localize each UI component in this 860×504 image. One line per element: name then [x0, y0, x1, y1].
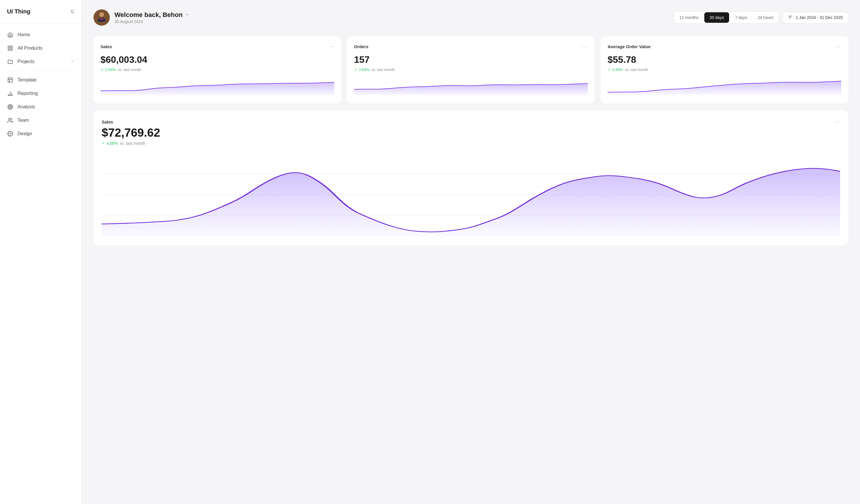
design-icon [7, 131, 13, 137]
date-range-label: 1 Jan 2024 - 31 Dec 2025 [796, 15, 843, 20]
avg-order-card-trend: ↗ 4.89% vs. last month [607, 68, 841, 72]
sales-trend-pct: 2.64% [105, 68, 116, 72]
header-left: Welcome back, Behon 30 August 2024 [94, 9, 190, 26]
template-icon [7, 77, 13, 83]
avg-order-trend-pct: 4.89% [612, 68, 623, 72]
large-sales-title: Sales [102, 119, 113, 125]
welcome-info: Welcome back, Behon 30 August 2024 [115, 11, 190, 24]
orders-trend-pct: 3.89% [359, 68, 370, 72]
nav-divider [7, 71, 74, 71]
welcome-chevron-icon[interactable] [185, 12, 190, 18]
orders-card-menu[interactable]: ⋯ [582, 43, 588, 49]
svg-rect-14 [94, 9, 110, 26]
chevron-down-icon [70, 59, 74, 64]
avg-order-mini-chart [607, 78, 841, 95]
orders-card-trend: ↗ 3.89% vs. last month [354, 68, 588, 72]
trend-up-icon: ↗ [102, 141, 104, 145]
home-icon [7, 31, 13, 38]
time-filter-group: 12 months 30 days 7 days 24 hours [674, 11, 779, 24]
sales-trend-label: vs. last month [118, 68, 141, 72]
avg-order-card-mini: Average Order Value ⋯ $55.78 ↗ 4.89% vs.… [601, 36, 848, 103]
sidebar-item-analysis[interactable]: Analysis [0, 100, 82, 114]
app-name: UI Thing [7, 8, 30, 15]
sales-card-menu[interactable]: ⋯ [329, 43, 334, 49]
users-icon [7, 117, 13, 124]
sales-card-title: Sales [100, 44, 112, 49]
svg-point-10 [9, 105, 12, 108]
bar-chart-icon [7, 90, 13, 97]
sidebar-item-analysis-label: Analysis [17, 104, 35, 110]
large-sales-menu[interactable]: ⋯ [835, 118, 840, 125]
trend-up-icon: ↗ [100, 68, 103, 72]
orders-card-title: Orders [354, 44, 368, 49]
svg-rect-4 [8, 78, 13, 82]
svg-point-11 [10, 106, 11, 107]
sidebar-item-template[interactable]: Template [0, 73, 82, 87]
sidebar-item-all-products-label: All Products [17, 45, 42, 51]
sidebar-item-design-label: Design [17, 131, 32, 136]
trend-up-icon: ↗ [354, 68, 357, 72]
date-range-button[interactable]: 1 Jan 2024 - 31 Dec 2025 [783, 12, 848, 24]
sidebar-item-reporting-label: Reporting [17, 91, 38, 96]
sales-card-header: Sales ⋯ [100, 43, 334, 49]
large-sales-trend-label: vs. last month [120, 141, 145, 146]
sales-card-mini: Sales ⋯ $60,003.04 ↗ 2.64% vs. last mont… [94, 36, 341, 103]
svg-point-12 [9, 118, 11, 120]
large-sales-chart [102, 154, 840, 236]
sidebar: UI Thing ⇅ Home All Pro [0, 0, 82, 504]
large-sales-card: Sales ⋯ $72,769.62 ↗ 4.08% vs. last mont… [94, 110, 848, 245]
page-header: Welcome back, Behon 30 August 2024 12 mo… [94, 9, 848, 26]
svg-rect-3 [11, 49, 13, 51]
orders-mini-chart [354, 78, 588, 95]
filter-24hours[interactable]: 24 hours [752, 12, 778, 23]
svg-point-9 [8, 104, 13, 110]
large-sales-trend-pct: 4.08% [106, 141, 118, 146]
filter-lines-icon [788, 15, 793, 20]
metric-cards-row: Sales ⋯ $60,003.04 ↗ 2.64% vs. last mont… [94, 36, 848, 103]
sidebar-item-template-label: Template [17, 77, 37, 83]
large-chart-container [102, 154, 840, 237]
large-sales-header: Sales ⋯ [102, 118, 840, 125]
orders-card-header: Orders ⋯ [354, 43, 588, 49]
sidebar-item-all-products[interactable]: All Products [0, 42, 82, 55]
sidebar-nav: Home All Products Projects [0, 23, 82, 504]
svg-rect-1 [11, 46, 13, 48]
filter-12months[interactable]: 12 months [674, 12, 704, 23]
sidebar-item-home[interactable]: Home [0, 28, 82, 42]
filter-30days[interactable]: 30 days [704, 12, 729, 23]
welcome-date: 30 August 2024 [115, 19, 190, 24]
svg-rect-0 [8, 46, 10, 48]
svg-rect-2 [8, 49, 10, 51]
chevron-updown-icon[interactable]: ⇅ [70, 9, 74, 15]
sidebar-item-team[interactable]: Team [0, 114, 82, 127]
avg-order-card-menu[interactable]: ⋯ [836, 43, 841, 49]
avg-order-card-header: Average Order Value ⋯ [607, 43, 841, 49]
sidebar-item-projects[interactable]: Projects [0, 55, 82, 68]
sidebar-logo: UI Thing ⇅ [0, 0, 82, 23]
avatar [94, 9, 110, 26]
sales-card-trend: ↗ 2.64% vs. last month [100, 68, 334, 72]
sidebar-item-design[interactable]: Design [0, 127, 82, 141]
sidebar-item-reporting[interactable]: Reporting [0, 87, 82, 100]
avg-order-card-value: $55.78 [607, 54, 841, 65]
filter-7days[interactable]: 7 days [730, 12, 752, 23]
avg-order-trend-label: vs. last month [625, 68, 648, 72]
orders-card-value: 157 [354, 54, 588, 65]
sidebar-item-home-label: Home [17, 32, 30, 38]
avg-order-card-title: Average Order Value [607, 44, 650, 49]
trend-up-icon: ↗ [607, 68, 611, 72]
welcome-title: Welcome back, Behon [115, 11, 190, 19]
orders-trend-label: vs. last month [371, 68, 395, 72]
sales-card-value: $60,003.04 [100, 54, 334, 65]
large-sales-trend: ↗ 4.08% vs. last month [102, 141, 840, 146]
sidebar-item-projects-label: Projects [17, 59, 34, 64]
main-content: Welcome back, Behon 30 August 2024 12 mo… [82, 0, 860, 504]
sales-mini-chart [100, 78, 334, 95]
header-right: 12 months 30 days 7 days 24 hours 1 Jan … [674, 11, 848, 24]
target-icon [7, 104, 13, 110]
grid-icon [7, 45, 13, 52]
large-sales-value: $72,769.62 [102, 126, 840, 139]
sidebar-item-team-label: Team [17, 118, 29, 123]
folder-icon [7, 58, 13, 65]
orders-card-mini: Orders ⋯ 157 ↗ 3.89% vs. last month [347, 36, 595, 103]
